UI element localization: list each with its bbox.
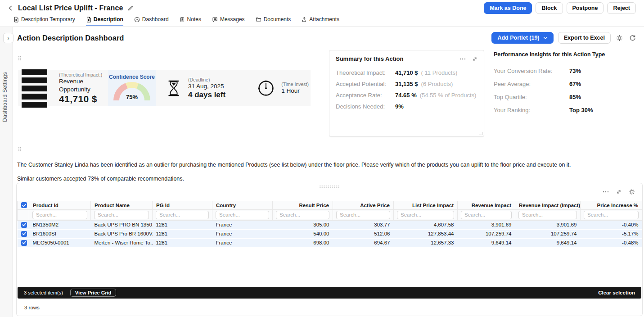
column-header[interactable]: Country [212,201,273,209]
expand-icon[interactable] [616,189,621,195]
summary-label: Acceptance Rate: [336,92,395,99]
settings-gear-icon[interactable] [615,34,624,42]
cell-list-price-impact: 4,607.58 [394,220,458,229]
search-input[interactable] [32,211,87,219]
cell-product-name: Back UPS PRO BN 1350... [91,220,153,229]
search-input[interactable] [461,211,512,219]
summary-label: Accepted Potential: [336,81,395,87]
more-options-icon[interactable] [603,191,609,193]
kpi-drag-handle-icon[interactable] [18,55,22,60]
summary-value: 41,710 $ [395,69,418,76]
expand-icon[interactable] [472,56,477,62]
row-checkbox[interactable] [21,222,27,228]
edit-title-icon[interactable] [127,5,134,11]
search-input[interactable] [397,211,454,219]
page-title: Local List Price Uplift - France [18,4,123,12]
summary-value: 31,135 $ [395,81,418,87]
cell-product-id: BR1600SI [29,229,91,238]
block-button[interactable]: Block [536,2,563,14]
search-input[interactable] [518,211,577,219]
row-checkbox[interactable] [21,240,27,246]
tab-documents[interactable]: Documents [256,16,291,26]
tab-description-temporary[interactable]: Description Temporary [14,16,75,26]
cell-price-increase: -5.17% [581,229,642,238]
tab-notes[interactable]: Notes [180,16,201,26]
back-icon[interactable] [7,5,14,11]
cell-active-price: 694.67 [333,238,394,247]
summary-note: (54.55 % of Products) [420,92,477,99]
column-header[interactable]: PG Id [153,201,212,209]
cell-pg-id: 1281 [153,220,212,229]
column-header[interactable]: Revenue Impact [458,201,515,209]
resize-handle-icon[interactable] [479,132,482,135]
table-settings-gear-icon[interactable] [629,189,635,195]
search-input[interactable] [336,211,390,219]
search-input[interactable] [216,211,269,219]
summary-row: Acceptance Rate: 74.65 % (54.55 % of Pro… [329,92,484,99]
kpi-confidence-score: Confidence Score 75% [108,70,156,106]
column-header[interactable]: Active Price [333,201,394,209]
mark-as-done-button[interactable]: Mark as Done [484,2,532,14]
search-input[interactable] [276,211,329,219]
tab-description[interactable]: Description [86,16,123,26]
column-header[interactable]: Product Name [91,201,153,209]
insights-row: Peer Average: 67% [494,81,644,87]
insights-row: Your Conversion Rate: 73% [494,68,644,74]
tab-attachments[interactable]: Attachments [302,16,339,26]
document-icon [86,17,91,23]
table-row[interactable]: BN1350M2 Back UPS PRO BN 1350... 1281 Fr… [18,220,642,229]
insights-value: 67% [569,81,581,87]
top-bar: Local List Price Uplift - France Mark as… [0,0,644,16]
refresh-icon[interactable] [628,34,637,42]
postpone-button[interactable]: Postpone [567,2,604,14]
tab-dashboard[interactable]: Dashboard [134,16,169,26]
view-price-grid-button[interactable]: View Price Grid [70,289,117,297]
search-input[interactable] [156,211,209,219]
confidence-gauge: 75% [113,82,150,100]
summary-row: Theoretical Impact: 41,710 $ ( 11 Produc… [329,69,484,76]
description-paragraph: The Customer Stanley Linda has been iden… [17,162,635,168]
search-input[interactable] [94,211,149,219]
select-all-checkbox[interactable] [21,202,27,208]
tab-label: Messages [220,16,245,23]
row-checkbox[interactable] [21,231,27,237]
summary-row: Accepted Potential: 31,135 $ (6 Products… [329,81,484,87]
cell-price-increase: -0.40% [581,220,642,229]
chevron-down-icon [543,36,548,40]
cell-active-price: 303.77 [333,220,394,229]
main-content: Action Description Dashboard Add Portlet… [13,27,644,317]
summary-card: Summary for this Action Theoretical Impa… [329,50,484,137]
add-portlet-button[interactable]: Add Portlet (19) [491,32,554,44]
table-row[interactable]: BR1600SI Back UPS Pro BR 1600V... 1281 F… [18,229,642,238]
description-paragraph: Similar customers accepted 73% of compar… [17,176,635,182]
cell-country: France [212,238,273,247]
clear-selection-button[interactable]: Clear selection [598,290,635,295]
more-options-icon[interactable] [459,58,466,60]
column-header[interactable]: Price Increase % [581,201,642,209]
revenue-opportunity-value: 41,710 $ [59,94,102,104]
confidence-score-title: Confidence Score [109,74,155,80]
dashboard-settings-rail: › Dashboard Settings [0,27,13,317]
insights-label: Peer Average: [494,81,569,87]
column-header[interactable]: Revenue Impact (Impact) [515,201,581,209]
table-drag-handle-icon[interactable] [319,185,340,189]
kpi-strip: (Theoretical Impact:) Revenue Opportunit… [18,70,311,106]
column-header[interactable]: Product Id [29,201,91,209]
rail-expand-button[interactable]: › [3,33,14,43]
table-row[interactable]: MEG5050-0001 Merten - Wiser Home To... 1… [18,238,642,247]
column-header[interactable]: Result Price [273,201,333,209]
tab-messages[interactable]: Messages [212,16,245,26]
rail-label: Dashboard Settings [2,72,8,122]
cell-active-price: 512.06 [333,229,394,238]
cell-price-increase: -0.48% [581,238,642,247]
text-drag-handle-icon[interactable] [18,146,22,151]
column-header[interactable]: List Price Impact [394,201,458,209]
gauge-icon [134,17,140,23]
insights-title: Performance Insights for this Action Typ… [494,51,644,58]
export-to-excel-button[interactable]: Export to Excel [558,32,611,44]
reject-button[interactable]: Reject [607,2,636,14]
cell-country: France [212,229,273,238]
search-input[interactable] [584,211,639,219]
revenue-line1: Revenue [59,77,102,86]
deadline-caption: (Deadline) [188,77,225,82]
